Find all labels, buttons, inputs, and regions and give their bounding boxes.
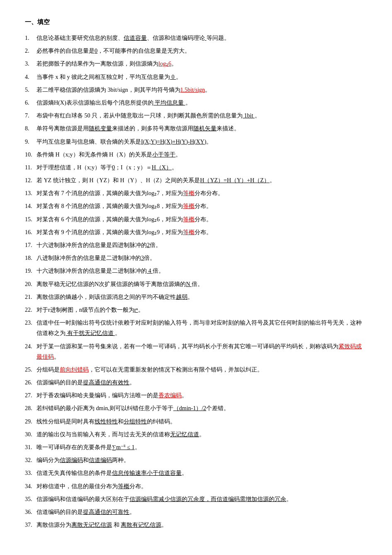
text-part: 等概 [183,216,195,222]
item-content: 信源编码的目的是提高通信的有效性。 [37,377,367,388]
list-item: 1.信息论基础主要研究信息的别度、信道容量、信源和信道编码理论 等问题。 [25,33,367,43]
item-number: 2. [25,46,37,56]
text-part: 随机矢量 [193,125,217,132]
item-number: 22. [25,305,37,315]
text-part: 。 [182,470,187,476]
list-item: 16.对某含有 9 个消息的信源，其熵的最大值为log₂9，对应为等概分布。 [25,227,367,237]
item-content: 对某含有 7 个消息的信源，其熵的最大值为log₂7，对应为等概分布分布。 [37,188,367,198]
text-part: 香农编码 [158,392,182,399]
item-content: 当事件 x 和 y 彼此之间相互独立时，平均互信息量为 0 。 [37,72,367,82]
section-title: 一、填空 [25,17,367,28]
list-item: 14.对某含有 8 个消息的信源，其熵的最大值为log₂8，对应为等概分布。 [25,201,367,211]
text-part: 分布。 [195,216,212,222]
text-part: 等概 [118,483,129,489]
text-part: 信道无失真传输信息的条件是 [37,470,112,476]
list-item: 25.分组码是前向纠错码，它可以在无需重新发射的情况下检测出有限个错码，并加以纠… [25,364,367,375]
text-part: 当事件 x 和 y 彼此之间相互独立时，平均互信息量为 [37,74,170,80]
item-number: 4. [25,72,37,82]
text-part: 。 [138,307,144,313]
item-number: 23. [25,318,37,328]
text-part: 。 [182,392,187,399]
text-part: 提高通信的可靠性 [83,509,129,515]
text-part: 无记忆信道 [170,431,199,438]
item-list: 1.信息论基础主要研究信息的别度、信道容量、信源和信道编码理论 等问题。2.必然… [25,33,367,530]
item-content: 若 YZ 统计独立，则 H（YZ）和 H（Y）、H（Z）之间的关系是H（YZ）=… [37,175,367,186]
text-part: 对称信道中，信息的最佳分布为 [37,483,118,489]
list-item: 3.若把掷骰子的结果作为一离散信源，则信源熵为log₂6。 [25,59,367,69]
text-part: 、信源和信道编码理论 [147,35,205,41]
text-part: 对于r进制树图，n级节点的个数一般为 [37,307,134,313]
text-part: 和 [112,522,121,528]
item-number: 9. [25,137,37,147]
list-item: 31.唯一可译码存在的充要条件是∑m⁻ˡⁱ ≤ 1。 [25,442,367,452]
item-content: 对于香农编码和哈夫曼编码，编码方法唯一的是香农编码。 [37,390,367,401]
text-part: 对于理想信道，H（x;y）等于 [37,164,112,171]
text-part: 若 YZ 统计独立，则 H（YZ）和 H（Y）、H（Z）之间的关系是 [37,177,200,183]
list-item: 18.八进制脉冲所含的信息量是二进制脉冲的3倍。 [25,253,367,263]
list-item: 34.对称信道中，信息的最佳分布为等概分布。 [25,481,367,491]
item-number: 14. [25,201,37,211]
item-number: 34. [25,481,37,491]
text-part: 。 [187,294,193,300]
text-part: 倍。 [150,242,161,248]
text-part: 和 [118,418,124,425]
text-part: 4 [147,268,153,274]
text-part: 越弱 [176,294,187,300]
text-part: 对某含有 6 个消息的信源，其熵的最大值为log₂6，对应为 [37,216,183,222]
text-part: 个差错。 [206,405,229,411]
text-part: 分布。 [195,229,212,235]
text-part: 信源熵H(X)表示信源输出后每个消息所提供的 [37,100,153,106]
item-number: 20. [25,279,37,289]
item-number: 35. [25,494,37,504]
text-part: 随机变量 [89,125,112,132]
item-content: 对于某一信源和某一符号集来说，若有一个唯一可译码，其平均码长小于所有其它唯一可译… [37,341,367,362]
item-content: 条件熵 H（x;y）和无条件熵 H（X）的关系是小于等于。 [37,149,367,160]
text-part: ；I（x；y）＝ [115,164,152,171]
item-content: 对某含有 6 个消息的信源，其熵的最大值为log₂6，对应为等概分布。 [37,214,367,225]
item-number: 31. [25,442,37,452]
text-part: 条件熵 H（x;y）和无条件熵 H（X）的关系是 [37,152,152,158]
text-part: 信源编码和信道编码的最大区别在于 [37,496,129,502]
list-item: 4.当事件 x 和 y 彼此之间相互独立时，平均互信息量为 0 。 [25,72,367,82]
list-item: 2.必然事件的自信息量是0，不可能事件的自信息量是无穷大。 [25,46,367,56]
item-content: 信息论基础主要研究信息的别度、信道容量、信源和信道编码理论 等问题。 [37,33,367,43]
list-item: 30.道的输出仅与当前输入有关，而与过去无关的信道称无记忆信道。 [25,429,367,440]
item-number: 24. [25,341,37,352]
list-item: 21.离散信源的熵越小，则该信源消息之间的平均不确定性越弱。 [25,292,367,302]
text-part: 。 [205,87,211,93]
text-part: 。 [172,164,178,171]
item-content: 若把掷骰子的结果作为一离散信源，则信源熵为log₂6。 [37,59,367,69]
text-part: 离散无记忆信源 [71,522,112,528]
item-number: 16. [25,227,37,237]
text-part: 对于某一信源和某一符号集来说，若有一个唯一可译码，其平均码长小于所有其它唯一可译… [37,343,338,350]
text-part: 。 [115,330,121,336]
text-part: 信道编码 [89,457,112,463]
text-part: 0 [170,74,176,80]
text-part: 对于香农编码和哈夫曼编码，编码方法唯一的是 [37,392,158,399]
item-content: 唯一可译码存在的充要条件是∑m⁻ˡⁱ ≤ 1。 [37,442,367,452]
item-number: 29. [25,416,37,427]
item-number: 13. [25,188,37,198]
item-content: 信道中任一时刻输出符号仅统计依赖于对应时刻的输入符号，而与非对应时刻的输入符号及… [37,318,367,338]
item-content: 信道无失真传输信息的条件是信息传输速率小于信道容量。 [37,468,367,478]
text-part: 分组特性 [124,418,147,425]
item-content: 信道编码的目的是提高通信的可靠性。 [37,507,367,517]
list-item: 20.离散平稳无记忆信源的N次扩展信源的熵等于离散信源熵的N 倍。 [25,279,367,289]
item-content: 分组码是前向纠错码，它可以在无需重新发射的情况下检测出有限个错码，并加以纠正。 [37,364,367,375]
text-part: ∑m⁻ˡⁱ ≤ 1 [112,444,135,450]
text-part: 有干扰无记忆信道 [66,330,115,336]
text-part: 倍。 [153,268,164,274]
text-part: 布袋中有红白球各 50 只，若从中随意取出一只球，则判断其颜色所需的信息量为 [37,112,243,119]
list-item: 35.信源编码和信道编码的最大区别在于信源编码需减少信源的冗余度，而信道编码需增… [25,494,367,504]
text-part: H（YZ）=H（Y）+H（Z） [200,177,269,183]
list-item: 8.单符号离散信源是用随机变量来描述的，则多符号离散信源用随机矢量来描述。 [25,123,367,134]
text-part: 分布。 [195,203,212,209]
item-content: 对某含有 9 个消息的信源，其熵的最大值为log₂9，对应为等概分布。 [37,227,367,237]
text-part: 提高通信的有效性 [83,379,129,386]
list-item: 33.信道无失真传输信息的条件是信息传输速率小于信道容量。 [25,468,367,478]
item-number: 21. [25,292,37,302]
text-part: 十六进制脉冲所含的信息量是二进制脉冲的 [37,268,147,274]
item-number: 15. [25,214,37,225]
list-item: 32.编码分为信源编码和信道编码两种。 [25,455,367,465]
text-part: 0 [112,164,115,171]
